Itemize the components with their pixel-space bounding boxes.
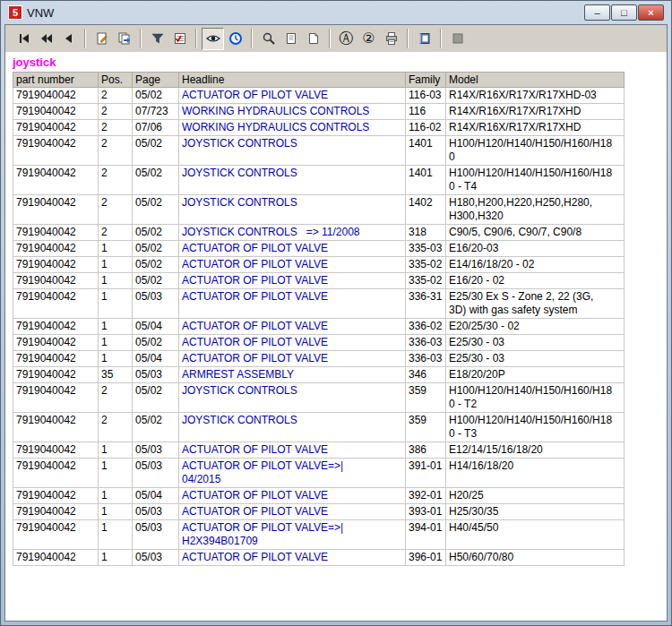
table-row[interactable]: 7919040042105/03ACTUATOR OF PILOT VALVE3…	[13, 550, 625, 566]
part-number-cell: 7919040042	[13, 195, 99, 225]
pos-cell: 1	[99, 550, 133, 566]
toolbar-separator	[251, 29, 253, 48]
headline-link[interactable]: ACTUATOR OF PILOT VALVE=>| 04/2015	[179, 459, 406, 488]
pos-cell: 2	[99, 88, 133, 104]
headline-link[interactable]: ACTUATOR OF PILOT VALVE	[179, 241, 406, 257]
family-cell: 335-02	[406, 273, 446, 289]
model-cell: E16/20-03	[446, 241, 625, 257]
table-row[interactable]: 7919040042105/04ACTUATOR OF PILOT VALVE3…	[13, 351, 625, 367]
family-cell: 1401	[406, 166, 446, 195]
headline-link[interactable]: JOYSTICK CONTROLS	[179, 195, 406, 225]
font-toggle-button[interactable]: Ⓐ	[335, 28, 358, 50]
stop-button[interactable]	[446, 28, 469, 50]
headline-link[interactable]: WORKING HYDRAULICS CONTROLS	[179, 104, 406, 120]
page-cell: 05/03	[133, 504, 179, 520]
headline-link[interactable]: ACTUATOR OF PILOT VALVE	[179, 550, 406, 566]
show-parts-button[interactable]	[202, 28, 224, 50]
titlebar[interactable]: 5 VNW – □ ×	[4, 1, 668, 24]
part-number-cell: 7919040042	[13, 335, 99, 351]
headline-link[interactable]: ACTUATOR OF PILOT VALVE	[179, 88, 406, 104]
table-row[interactable]: 7919040042105/02ACTUATOR OF PILOT VALVE3…	[13, 241, 625, 257]
table-row[interactable]: 7919040042207/06WORKING HYDRAULICS CONTR…	[13, 120, 625, 136]
headline-link[interactable]: ACTUATOR OF PILOT VALVE	[179, 351, 406, 367]
part-number-cell: 7919040042	[13, 166, 99, 195]
table-row[interactable]: 7919040042205/02JOYSTICK CONTROLS1402H18…	[13, 195, 625, 225]
catalog-button[interactable]	[413, 28, 435, 50]
maximize-button[interactable]: □	[611, 4, 637, 21]
second-language-button[interactable]: ②	[358, 28, 380, 50]
headline-link[interactable]: ACTUATOR OF PILOT VALVE	[179, 273, 406, 289]
headline-link[interactable]: ACTUATOR OF PILOT VALVE	[179, 442, 406, 459]
table-row[interactable]: 79190400423505/03ARMREST ASSEMBLY346E18/…	[13, 367, 625, 383]
table-row[interactable]: 7919040042105/03ACTUATOR OF PILOT VALVE=…	[13, 520, 625, 550]
model-cell: R14X/R16X/R17X/R17XHD-03	[446, 88, 625, 104]
family-cell: 335-03	[406, 241, 446, 257]
zoom-button[interactable]	[257, 28, 280, 50]
part-number-cell: 7919040042	[13, 520, 99, 550]
toolbar-separator	[84, 29, 86, 48]
fast-back-button[interactable]	[35, 28, 57, 50]
printer-icon	[384, 31, 399, 46]
table-row[interactable]: 7919040042105/03ACTUATOR OF PILOT VALVE3…	[13, 442, 625, 459]
checklist-button[interactable]	[168, 28, 191, 50]
table-row[interactable]: 7919040042205/02ACTUATOR OF PILOT VALVE1…	[13, 88, 625, 104]
headline-link[interactable]: ARMREST ASSEMBLY	[179, 367, 406, 383]
print-button[interactable]	[380, 28, 402, 50]
model-cell: C90/5, C90/6, C90/7, C90/8	[446, 225, 625, 241]
table-row[interactable]: 7919040042105/03ACTUATOR OF PILOT VALVE3…	[13, 289, 625, 319]
headline-link[interactable]: ACTUATOR OF PILOT VALVE=>| H2X394B01709	[179, 520, 406, 550]
table-row[interactable]: 7919040042205/02JOYSTICK CONTROLS359H100…	[13, 383, 625, 413]
table-row[interactable]: 7919040042105/02ACTUATOR OF PILOT VALVE3…	[13, 335, 625, 351]
column-header-page[interactable]: Page	[133, 73, 179, 88]
filter-button[interactable]	[146, 28, 168, 50]
headline-link[interactable]: ACTUATOR OF PILOT VALVE	[179, 504, 406, 520]
table-row[interactable]: 7919040042105/04ACTUATOR OF PILOT VALVE3…	[13, 319, 625, 335]
headline-link[interactable]: JOYSTICK CONTROLS	[179, 383, 406, 413]
table-row[interactable]: 7919040042205/02JOYSTICK CONTROLS1401H10…	[13, 136, 625, 166]
page-fit-icon	[306, 31, 321, 46]
table-row[interactable]: 7919040042105/03ACTUATOR OF PILOT VALVE=…	[13, 459, 625, 488]
history-button[interactable]	[224, 28, 246, 50]
column-header-model[interactable]: Model	[446, 73, 625, 88]
table-row[interactable]: 7919040042205/02JOYSTICK CONTROLS359H100…	[13, 413, 625, 442]
column-header-headline[interactable]: Headline	[179, 73, 406, 88]
table-row[interactable]: 7919040042105/03ACTUATOR OF PILOT VALVE3…	[13, 504, 625, 520]
minimize-button[interactable]: –	[584, 4, 610, 21]
table-row[interactable]: 7919040042105/04ACTUATOR OF PILOT VALVE3…	[13, 488, 625, 504]
headline-link[interactable]: ACTUATOR OF PILOT VALVE	[179, 289, 406, 319]
part-number-cell: 7919040042	[13, 550, 99, 566]
pages-goto-button[interactable]	[113, 28, 135, 50]
page-view-button[interactable]	[280, 28, 302, 50]
close-button[interactable]: ×	[638, 4, 664, 21]
first-record-button[interactable]	[13, 28, 35, 50]
headline-link[interactable]: JOYSTICK CONTROLS	[179, 166, 406, 195]
model-cell: H25/30/35	[446, 504, 625, 520]
headline-link[interactable]: JOYSTICK CONTROLS => 11/2008	[179, 225, 406, 241]
part-number-cell: 7919040042	[13, 367, 99, 383]
edit-page-button[interactable]	[90, 28, 113, 50]
family-cell: 359	[406, 383, 446, 413]
headline-link[interactable]: ACTUATOR OF PILOT VALVE	[179, 319, 406, 335]
headline-link[interactable]: ACTUATOR OF PILOT VALVE	[179, 488, 406, 504]
table-row[interactable]: 7919040042205/02JOYSTICK CONTROLS => 11/…	[13, 225, 625, 241]
family-cell: 359	[406, 413, 446, 442]
page-fit-button[interactable]	[302, 28, 324, 50]
headline-link[interactable]: JOYSTICK CONTROLS	[179, 413, 406, 442]
headline-link[interactable]: JOYSTICK CONTROLS	[179, 136, 406, 166]
table-row[interactable]: 7919040042207/723WORKING HYDRAULICS CONT…	[13, 104, 625, 120]
table-row[interactable]: 7919040042105/02ACTUATOR OF PILOT VALVE3…	[13, 273, 625, 289]
column-header-part-number[interactable]: part number	[13, 73, 99, 88]
back-button[interactable]	[57, 28, 80, 50]
table-row[interactable]: 7919040042205/02JOYSTICK CONTROLS1401H10…	[13, 166, 625, 195]
column-header-family[interactable]: Family	[406, 73, 446, 88]
column-header-pos[interactable]: Pos.	[99, 73, 133, 88]
headline-link[interactable]: ACTUATOR OF PILOT VALVE	[179, 257, 406, 273]
model-cell: H14/16/18/20	[446, 459, 625, 488]
model-cell: H100/H120/H140/H150/H160/H18 0	[446, 136, 625, 166]
model-cell: H20/25	[446, 488, 625, 504]
part-number-cell: 7919040042	[13, 289, 99, 319]
headline-link[interactable]: ACTUATOR OF PILOT VALVE	[179, 335, 406, 351]
headline-link[interactable]: WORKING HYDRAULICS CONTROLS	[179, 120, 406, 136]
pos-cell: 2	[99, 383, 133, 413]
table-row[interactable]: 7919040042105/02ACTUATOR OF PILOT VALVE3…	[13, 257, 625, 273]
